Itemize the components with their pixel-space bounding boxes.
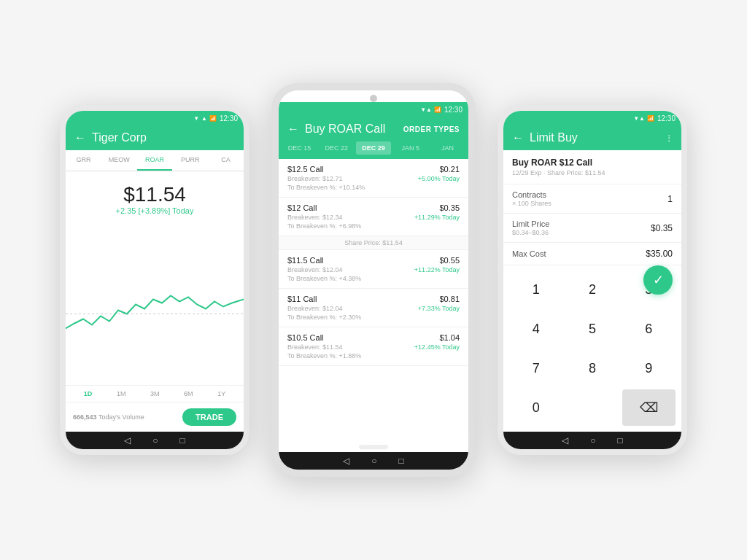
status-icons-2: ▼▲ 📶 [420,106,441,113]
tab-grr[interactable]: GRR [66,150,101,171]
date-jan5[interactable]: JAN 5 [392,141,428,155]
limit-price-label-group: Limit Price $0.34–$0.36 [512,219,549,236]
recent-nav-2[interactable]: □ [399,456,404,466]
max-cost-value: $35.00 [646,249,673,259]
option-change-4: +12.45% Today [414,343,460,351]
scene: ▼ ▲ 📶 12:30 ← Tiger Corp GRR MEOW ROAR P… [0,0,747,560]
screen1-content: GRR MEOW ROAR PURR CA $11.54 +2.35 [+3.8… [66,150,244,432]
numpad-backspace[interactable]: ⌫ [622,389,676,426]
period-1y[interactable]: 1Y [217,390,225,397]
home-nav-2[interactable]: ○ [371,456,376,466]
option-11-call[interactable]: $11 Call $0.81 Breakeven: $12.04 +7.33% … [279,289,468,327]
period-1d[interactable]: 1D [84,390,93,397]
limit-price-sublabel: $0.34–$0.36 [512,229,549,236]
back-nav-3[interactable]: ◁ [562,435,568,446]
status-bar-1: ▼ ▲ 📶 12:30 [66,111,244,125]
recent-nav-1[interactable]: □ [180,435,185,446]
contracts-field[interactable]: Contracts × 100 Shares 1 [503,184,681,214]
stock-price: $11.54 [71,183,238,206]
numpad-7[interactable]: 7 [509,350,562,386]
stock-change: +2.35 [+3.89%] Today [71,206,238,215]
option-price-0: $0.21 [439,165,460,174]
title-2: Buy ROAR Call [305,122,398,136]
menu-btn-3[interactable]: ⋮ [665,134,673,142]
numpad-1[interactable]: 1 [509,271,562,308]
confirm-button[interactable]: ✓ [643,265,673,295]
chart-area [66,221,244,385]
tab-purr[interactable]: PURR [172,150,208,171]
order-subtitle: 12/29 Exp · Share Price: $11.54 [512,169,673,176]
option-12-5-call[interactable]: $12.5 Call $0.21 Breakeven: $12.71 +5.00… [279,159,468,198]
time-row: 1D 1M 3M 6M 1Y [66,385,244,402]
option-breakeven-3: Breakeven: $12.04 [287,305,343,312]
option-12-call[interactable]: $12 Call $0.35 Breakeven: $12.34 +11.29%… [279,198,468,236]
phone-camera [370,95,377,102]
option-price-3: $0.81 [439,295,460,303]
option-price-1: $0.35 [439,203,460,212]
bottom-slider [359,445,388,449]
status-time-3: 12:30 [657,114,676,122]
trade-button[interactable]: TRADE [182,408,236,426]
tab-row-1: GRR MEOW ROAR PURR CA [66,150,244,171]
option-11-5-call[interactable]: $11.5 Call $0.55 Breakeven: $12.04 +11.2… [279,250,468,289]
limit-price-field[interactable]: Limit Price $0.34–$0.36 $0.35 [503,214,681,243]
option-price-2: $0.55 [439,256,460,265]
recent-nav-3[interactable]: □ [618,435,623,446]
option-change-2: +11.22% Today [414,266,460,273]
date-dec15[interactable]: DEC 15 [282,141,317,155]
option-tobreakeven-3: To Breakeven %: +2.30% [287,314,361,321]
date-dec22[interactable]: DEC 22 [319,141,355,155]
numpad-4[interactable]: 4 [509,311,562,347]
option-tobreakeven-0: To Breakeven %: +10.14% [287,184,365,191]
max-cost-field: Max Cost $35.00 [503,243,681,265]
date-tabs: DEC 15 DEC 22 DEC 29 JAN 5 JAN [279,141,468,159]
status-time-1: 12:30 [220,114,238,122]
period-3m[interactable]: 3M [150,390,160,397]
header-3: ← Limit Buy ⋮ [503,125,681,150]
numpad-9[interactable]: 9 [622,350,676,386]
tab-ca[interactable]: CA [208,150,244,171]
numpad-2[interactable]: 2 [565,271,619,308]
numpad-6[interactable]: 6 [622,311,676,347]
option-name-0: $12.5 Call [287,165,324,174]
numpad-5[interactable]: 5 [565,311,619,347]
contracts-sublabel: × 100 Shares [512,200,551,207]
back-nav-1[interactable]: ◁ [124,435,131,446]
date-jan[interactable]: JAN [430,141,465,155]
option-name-2: $11.5 Call [287,256,324,265]
home-nav-1[interactable]: ○ [152,435,158,446]
option-tobreakeven-4: To Breakeven %: +1.88% [287,352,361,359]
screen2-content: $12.5 Call $0.21 Breakeven: $12.71 +5.00… [279,159,468,442]
date-dec29[interactable]: DEC 29 [356,141,392,155]
option-tobreakeven-2: To Breakeven %: +4.38% [287,275,361,282]
option-10-5-call[interactable]: $10.5 Call $1.04 Breakeven: $11.54 +12.4… [279,327,468,366]
tab-roar[interactable]: ROAR [137,150,173,171]
phone-buy-roar: ▼▲ 📶 12:30 ← Buy ROAR Call ORDER TYPES D… [271,83,476,477]
option-tobreakeven-1: To Breakeven %: +6.98% [287,222,361,230]
numpad-area: ✓ 1 2 3 4 5 6 7 8 9 0 ⌫ [503,265,681,432]
option-name-1: $12 Call [287,203,317,212]
home-nav-3[interactable]: ○ [590,435,595,446]
bottom-trade-bar: 666,543 Today's Volume TRADE [66,402,244,432]
nav-bar-1: ◁ ○ □ [66,432,244,449]
numpad-8[interactable]: 8 [565,350,619,386]
numpad-0[interactable]: 0 [509,389,562,426]
option-breakeven-0: Breakeven: $12.71 [287,175,343,182]
back-button-3[interactable]: ← [512,131,524,144]
tab-meow[interactable]: MEOW [101,150,137,171]
back-nav-2[interactable]: ◁ [343,456,349,466]
back-button-1[interactable]: ← [74,131,86,144]
phone-limit-buy: ▼▲ 📶 12:30 ← Limit Buy ⋮ Buy ROAR $12 Ca… [498,105,687,455]
numpad-grid: 1 2 3 4 5 6 7 8 9 0 ⌫ [509,271,676,426]
option-name-4: $10.5 Call [287,333,324,342]
period-6m[interactable]: 6M [184,390,193,397]
nav-bar-3: ◁ ○ □ [503,432,681,449]
phone-tiger-corp: ▼ ▲ 📶 12:30 ← Tiger Corp GRR MEOW ROAR P… [60,105,249,455]
status-icons-3: ▼▲ 📶 [633,115,654,122]
price-area: $11.54 +2.35 [+3.89%] Today [66,171,244,221]
back-button-2[interactable]: ← [287,122,299,136]
period-1m[interactable]: 1M [117,390,126,397]
option-name-3: $11 Call [287,295,317,303]
title-3: Limit Buy [530,131,659,144]
order-types-btn[interactable]: ORDER TYPES [403,125,460,133]
